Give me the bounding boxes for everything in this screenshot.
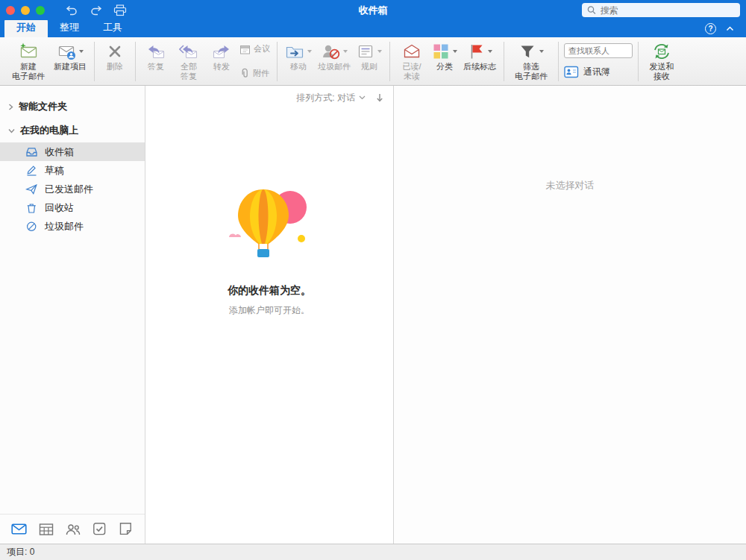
dropdown-arrow-icon bbox=[539, 50, 544, 53]
folder-label: 已发送邮件 bbox=[45, 183, 93, 196]
junk-button[interactable]: 垃圾邮件 bbox=[316, 40, 353, 73]
dropdown-arrow-icon bbox=[453, 50, 457, 53]
redo-button[interactable] bbox=[90, 5, 102, 16]
delete-button[interactable]: 删除 bbox=[100, 40, 130, 73]
address-book-button[interactable]: 通讯簿 bbox=[564, 66, 633, 78]
mail-icon bbox=[11, 522, 27, 536]
people-icon bbox=[66, 523, 81, 536]
new-email-icon bbox=[19, 41, 38, 62]
follow-up-button[interactable]: 后续标志 bbox=[461, 40, 498, 73]
calendar-module-button[interactable] bbox=[39, 523, 54, 536]
new-email-button[interactable]: 新建 电子邮件 bbox=[7, 40, 50, 83]
ribbon-group-send-receive: 发送和 接收 bbox=[640, 40, 683, 84]
folder-drafts[interactable]: 草稿 bbox=[0, 161, 145, 180]
notes-module-button[interactable] bbox=[119, 522, 133, 536]
undo-button[interactable] bbox=[66, 5, 78, 16]
categorize-button[interactable]: 分类 bbox=[430, 40, 460, 73]
arrange-by-label: 排列方式: 对话 bbox=[296, 92, 355, 104]
main-area: 智能文件夹 在我的电脑上 收件箱 bbox=[0, 86, 746, 544]
new-items-icon bbox=[57, 41, 84, 62]
send-receive-icon bbox=[652, 41, 671, 62]
search-box[interactable] bbox=[582, 3, 740, 17]
junk-icon bbox=[321, 41, 348, 62]
chevron-right-icon bbox=[8, 104, 13, 110]
ribbon-tab-row: 开始 整理 工具 ? bbox=[0, 20, 746, 37]
meeting-button[interactable]: 会议 bbox=[239, 43, 270, 54]
rules-button[interactable]: 规则 bbox=[354, 40, 384, 73]
read-unread-icon bbox=[402, 41, 421, 62]
people-module-button[interactable] bbox=[66, 523, 81, 536]
reply-all-icon bbox=[179, 41, 198, 62]
sidebar-section-smart-folders[interactable]: 智能文件夹 bbox=[0, 95, 145, 119]
on-my-computer-label: 在我的电脑上 bbox=[20, 124, 78, 137]
meeting-label: 会议 bbox=[254, 43, 270, 54]
forward-icon bbox=[212, 41, 231, 62]
ribbon-group-tags: 已读/ 未读 分类 bbox=[392, 40, 502, 84]
smart-folders-label: 智能文件夹 bbox=[19, 100, 67, 113]
minimize-window-button[interactable] bbox=[21, 6, 30, 15]
read-unread-button[interactable]: 已读/ 未读 bbox=[395, 40, 428, 83]
status-bar: 项目: 0 bbox=[0, 544, 746, 560]
zoom-window-button[interactable] bbox=[36, 6, 45, 15]
tasks-module-button[interactable] bbox=[93, 522, 107, 536]
ribbon-small-buttons: 会议 附件 bbox=[238, 40, 272, 84]
new-items-button[interactable]: 新建项目 bbox=[51, 40, 89, 73]
folder-junk[interactable]: 垃圾邮件 bbox=[0, 217, 145, 236]
move-button[interactable]: 移动 bbox=[283, 40, 314, 73]
balloon-illustration bbox=[225, 186, 314, 265]
sort-direction-button[interactable] bbox=[376, 93, 383, 102]
tab-organize[interactable]: 整理 bbox=[48, 19, 91, 37]
tabrow-right-controls: ? bbox=[705, 23, 742, 37]
mail-module-button[interactable] bbox=[11, 522, 27, 536]
filter-email-button[interactable]: 筛选 电子邮件 bbox=[510, 40, 553, 83]
new-items-label: 新建项目 bbox=[54, 62, 87, 72]
redo-icon bbox=[90, 5, 102, 16]
dropdown-arrow-icon bbox=[79, 50, 84, 53]
filter-email-icon bbox=[518, 41, 544, 62]
filter-email-label: 筛选 电子邮件 bbox=[515, 62, 548, 81]
send-receive-label: 发送和 接收 bbox=[650, 62, 674, 81]
folder-inbox[interactable]: 收件箱 bbox=[0, 142, 145, 161]
ribbon-group-respond: 答复 全部 答复 bbox=[137, 40, 275, 84]
folder-label: 回收站 bbox=[45, 201, 74, 215]
folder-sidebar: 智能文件夹 在我的电脑上 收件箱 bbox=[0, 86, 145, 544]
find-contact-input[interactable] bbox=[568, 46, 628, 55]
help-button[interactable]: ? bbox=[705, 23, 716, 34]
folder-trash[interactable]: 回收站 bbox=[0, 198, 145, 217]
reply-icon bbox=[146, 41, 166, 62]
junk-label: 垃圾邮件 bbox=[318, 62, 351, 72]
empty-inbox-state: 你的收件箱为空。 添加帐户即可开始。 bbox=[145, 186, 393, 317]
ribbon-divider bbox=[558, 42, 559, 81]
forward-label: 转发 bbox=[213, 62, 230, 72]
forward-button[interactable]: 转发 bbox=[207, 40, 236, 73]
reply-button[interactable]: 答复 bbox=[141, 40, 171, 73]
find-contact-box[interactable] bbox=[564, 43, 633, 58]
message-list-header: 排列方式: 对话 bbox=[145, 86, 393, 110]
inbox-icon bbox=[25, 146, 38, 157]
titlebar: 收件箱 bbox=[0, 0, 746, 20]
reply-all-button[interactable]: 全部 答复 bbox=[172, 40, 205, 83]
reading-pane: 未选择对话 bbox=[394, 86, 746, 544]
attachment-button[interactable]: 附件 bbox=[239, 68, 270, 79]
ribbon-divider bbox=[277, 42, 278, 81]
arrange-by-control[interactable]: 排列方式: 对话 bbox=[296, 92, 366, 104]
attachment-icon bbox=[239, 68, 250, 79]
tab-tools[interactable]: 工具 bbox=[91, 19, 134, 37]
close-window-button[interactable] bbox=[6, 6, 15, 15]
send-receive-button[interactable]: 发送和 接收 bbox=[644, 40, 680, 83]
ribbon-divider bbox=[135, 42, 136, 81]
ribbon-divider bbox=[504, 42, 504, 81]
sidebar-section-on-my-computer[interactable]: 在我的电脑上 bbox=[0, 119, 145, 142]
print-icon bbox=[113, 4, 127, 16]
titlebar-quick-actions bbox=[66, 4, 127, 16]
attachment-label: 附件 bbox=[253, 68, 269, 79]
notes-icon bbox=[119, 522, 133, 536]
search-input[interactable] bbox=[601, 5, 735, 16]
tab-home[interactable]: 开始 bbox=[4, 19, 48, 37]
address-book-icon bbox=[564, 66, 579, 78]
folder-label: 垃圾邮件 bbox=[45, 220, 84, 233]
folder-sent[interactable]: 已发送邮件 bbox=[0, 180, 145, 198]
print-button[interactable] bbox=[113, 4, 127, 16]
search-icon bbox=[587, 5, 596, 15]
collapse-ribbon-button[interactable] bbox=[726, 26, 734, 31]
